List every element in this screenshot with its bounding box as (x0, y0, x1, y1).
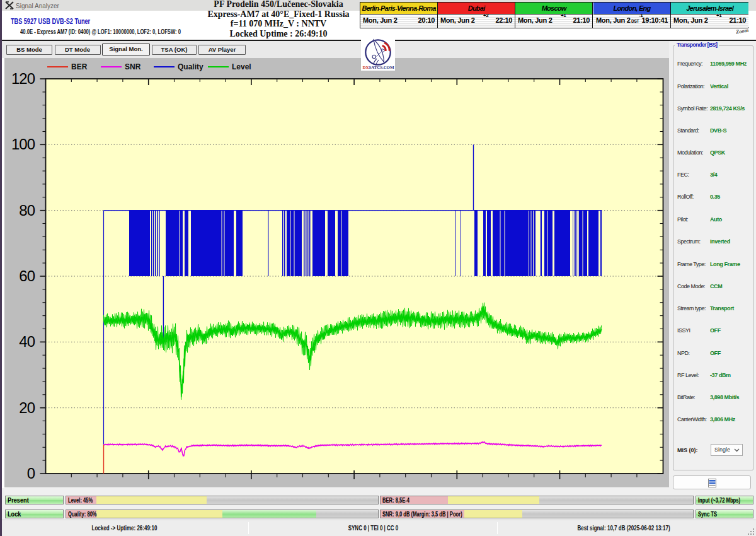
svg-text:DXSATCS.COM: DXSATCS.COM (363, 65, 394, 70)
